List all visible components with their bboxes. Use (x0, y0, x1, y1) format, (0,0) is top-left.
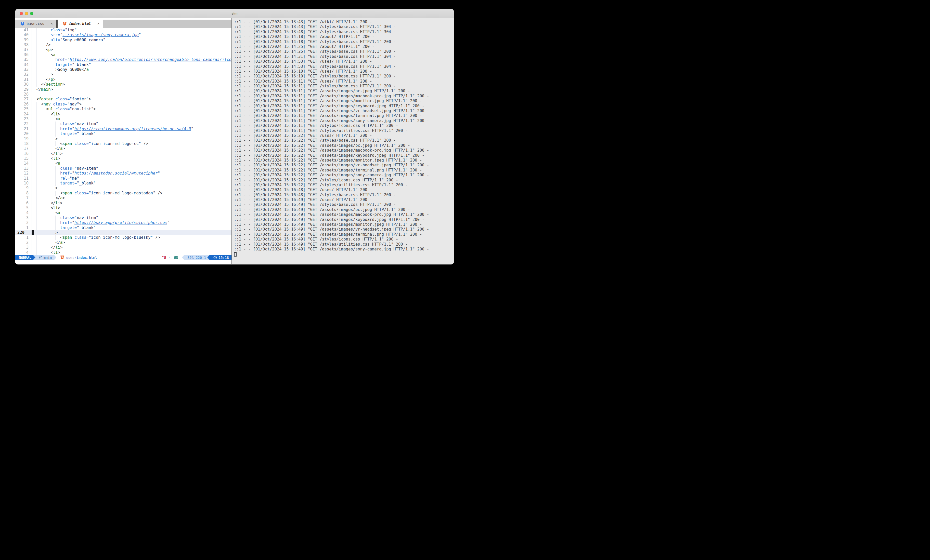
log-line: ::1 - - [01/Oct/2024 15:16:49] "GET /ass… (234, 207, 454, 212)
indent-guide (37, 146, 41, 151)
log-line: ::1 - - [01/Oct/2024 15:16:22] "GET /ass… (234, 153, 454, 158)
line-number: 25 (15, 107, 32, 112)
indent-guide (32, 201, 37, 206)
indent-guide (46, 52, 51, 57)
code-line: 33>Sony α6000</a (15, 67, 231, 72)
indent-guide (32, 112, 37, 117)
window-titlebar[interactable]: vim (15, 9, 454, 18)
indent-guide (41, 245, 46, 250)
line-number: 22 (15, 121, 32, 126)
indent-guide (37, 235, 41, 240)
indent-guide (37, 121, 41, 126)
indent-guide (46, 240, 51, 245)
indent-guide (46, 220, 51, 225)
indent-guide (41, 57, 46, 62)
indent-guide (32, 226, 37, 230)
code-line: 3</li> (15, 245, 231, 250)
indent-guide (55, 141, 60, 146)
indent-guide (51, 226, 55, 230)
indent-guide (32, 216, 37, 220)
indent-guide (32, 250, 37, 255)
git-branch-icon (39, 256, 42, 259)
close-window-button[interactable] (20, 12, 23, 15)
tab-label: index.html (69, 21, 91, 26)
code-line: 38/> (15, 43, 231, 48)
code-line: 17</a> (15, 146, 231, 151)
code-line: 20target="_blank" (15, 132, 231, 136)
terminal-pane[interactable]: ::1 - - [01/Oct/2024 15:13:43] "GET /wik… (232, 18, 454, 264)
code-line: 4<a (15, 210, 231, 215)
log-line: ::1 - - [01/Oct/2024 15:14:25] "GET /sty… (234, 49, 454, 54)
line-number: 16 (15, 151, 32, 156)
indent-guide (32, 48, 37, 52)
log-line: ::1 - - [01/Oct/2024 15:14:18] "GET /sty… (234, 40, 454, 44)
indent-guide (51, 146, 55, 151)
log-line: ::1 - - [01/Oct/2024 15:16:49] "GET /ass… (234, 232, 454, 237)
indent-guide (51, 67, 55, 72)
indent-guide (46, 57, 51, 62)
indent-guide (37, 196, 41, 201)
indent-guide (32, 151, 37, 156)
tab-base-css[interactable]: 3 base.css ✕ (15, 20, 56, 28)
log-line: ::1 - - [01/Oct/2024 15:14:53] "GET /sty… (234, 64, 454, 69)
line-number: 31 (15, 77, 32, 82)
log-line: ::1 - - [01/Oct/2024 15:16:22] "GET /ass… (234, 158, 454, 163)
line-number: 30 (15, 82, 32, 87)
indent-guide (37, 206, 41, 210)
indent-guide (37, 102, 41, 107)
indent-guide (46, 206, 51, 210)
indent-guide (32, 146, 37, 151)
indent-guide (41, 166, 46, 171)
log-line: ::1 - - [01/Oct/2024 15:14:25] "GET /abo… (234, 44, 454, 49)
line-number: 2 (15, 240, 32, 245)
clock-icon (213, 256, 217, 259)
command-line[interactable] (15, 260, 231, 264)
indent-guide (37, 161, 41, 166)
log-line: ::1 - - [01/Oct/2024 15:14:18] "GET /abo… (234, 34, 454, 39)
tab-index-html[interactable]: 5 index.html ✕ (58, 20, 103, 28)
indent-guide (37, 32, 41, 37)
indent-guide (37, 191, 41, 196)
zoom-window-button[interactable] (30, 12, 33, 15)
indent-guide (51, 117, 55, 121)
time-value: 15:18 (219, 256, 229, 259)
indent-guide (37, 137, 41, 141)
indent-guide (41, 121, 46, 126)
indent-guide (32, 196, 37, 201)
indent-guide (32, 32, 37, 37)
line-number: 37 (15, 48, 32, 52)
code-line: 39alt="Sony α6000 camera" (15, 38, 231, 43)
minimize-window-button[interactable] (25, 12, 28, 15)
indent-guide (32, 161, 37, 166)
indent-guide (41, 201, 46, 206)
indent-guide (46, 127, 51, 132)
indent-guide (37, 220, 41, 225)
line-number: 4 (15, 210, 32, 215)
code-line: 9> (15, 186, 231, 190)
indent-guide (51, 216, 55, 220)
indent-guide (46, 32, 51, 37)
code-editor-area[interactable]: 41class="img"40src="../assets/images/son… (15, 28, 231, 255)
log-line: ::1 - - [01/Oct/2024 15:16:48] "GET /sty… (234, 193, 454, 198)
line-number: 36 (15, 52, 32, 57)
code-line: 30</section> (15, 82, 231, 87)
editor-pane[interactable]: 3 base.css ✕ 5 index.html ✕ 41class="img… (15, 18, 231, 264)
code-line: 1target="_blank" (15, 226, 231, 230)
log-line: ::1 - - [01/Oct/2024 15:14:31] "GET /sty… (234, 54, 454, 59)
close-tab-icon[interactable]: ✕ (97, 21, 99, 26)
indent-guide (46, 171, 51, 176)
indent-guide (37, 171, 41, 176)
file-path: uses/index.html (66, 256, 97, 259)
indent-guide (32, 63, 37, 67)
indent-guide (41, 181, 46, 186)
indent-guide (46, 112, 51, 117)
indent-guide (41, 235, 46, 240)
log-line: ::1 - - [01/Oct/2024 15:16:49] "GET /sty… (234, 202, 454, 207)
line-number: 11 (15, 176, 32, 181)
statusline-separator: < (169, 255, 174, 260)
log-line: ::1 - - [01/Oct/2024 15:14:53] "GET /use… (234, 59, 454, 64)
indent-guide (32, 97, 37, 102)
indent-guide (37, 63, 41, 67)
indent-guide (32, 52, 37, 57)
close-tab-icon[interactable]: ✕ (51, 21, 53, 26)
